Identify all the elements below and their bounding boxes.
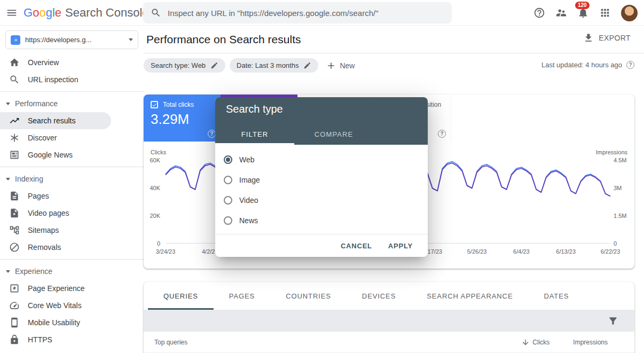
sort-descending-arrow-icon	[521, 338, 530, 347]
download-icon	[583, 33, 594, 43]
collapse-triangle-icon	[6, 103, 10, 105]
home-icon	[9, 57, 20, 68]
table-toolbar	[144, 310, 634, 332]
sidebar-item-search-results[interactable]: Search results	[0, 112, 111, 129]
collapse-triangle-icon	[6, 178, 10, 181]
table-header-impressions[interactable]: Impressions	[573, 339, 608, 346]
y-right-tick: 1.5M	[614, 213, 635, 219]
google-apps-button[interactable]	[599, 7, 611, 19]
apps-grid-icon	[599, 7, 611, 19]
help-button[interactable]	[533, 7, 545, 19]
property-selector[interactable]: ‹› https://developers.g...	[5, 30, 138, 49]
help-circle-icon[interactable]: ?	[438, 130, 446, 138]
x-axis-label: 3/24/23	[148, 248, 183, 255]
sidebar-item-overview[interactable]: Overview	[0, 54, 144, 71]
property-label: https://developers.g...	[25, 36, 124, 44]
smartphone-icon	[9, 317, 20, 328]
divider	[0, 259, 144, 260]
date-range-chip[interactable]: Date: Last 3 months	[230, 58, 318, 73]
radio-unselected-icon	[224, 216, 232, 225]
google-logo-text: Google	[23, 6, 61, 20]
tab-countries[interactable]: COUNTRIES	[270, 282, 347, 310]
dialog-tab-compare[interactable]: COMPARE	[294, 125, 373, 145]
block-icon	[9, 242, 20, 253]
sidebar-item-removals[interactable]: Removals	[0, 239, 144, 256]
help-circle-icon[interactable]: ?	[208, 130, 216, 138]
user-settings-button[interactable]	[555, 7, 567, 19]
speedometer-icon	[9, 300, 20, 311]
tab-pages[interactable]: PAGES	[214, 282, 270, 310]
sidebar-item-core-web-vitals[interactable]: Core Web Vitals	[0, 297, 144, 314]
table-header-top-queries: Top queries	[154, 339, 187, 346]
y-right-tick: 4.5M	[614, 157, 635, 163]
sidebar-item-page-experience[interactable]: Page Experience	[0, 280, 144, 297]
app-logo: Google Search Console	[23, 6, 149, 20]
section-indexing[interactable]: Indexing	[0, 170, 144, 187]
radio-unselected-icon	[224, 176, 232, 184]
page-icon	[9, 191, 20, 201]
x-axis-label: 6/13/23	[549, 248, 583, 255]
section-performance[interactable]: Performance	[0, 95, 144, 112]
asterisk-icon	[9, 132, 20, 143]
divider	[0, 91, 144, 92]
filter-funnel-icon[interactable]	[608, 316, 618, 326]
search-icon	[151, 7, 161, 18]
notifications-button[interactable]: 120	[577, 7, 589, 19]
chevron-down-icon	[129, 38, 133, 41]
apply-button[interactable]: APPLY	[388, 242, 413, 250]
newspaper-icon	[9, 150, 20, 160]
sidebar-item-pages[interactable]: Pages	[0, 187, 144, 205]
tab-dates[interactable]: DATES	[528, 282, 584, 310]
page-header: Performance on Search results EXPORT	[144, 26, 644, 53]
tab-devices[interactable]: DEVICES	[347, 282, 411, 310]
sidebar-item-mobile-usability[interactable]: Mobile Usability	[0, 314, 144, 331]
y-left-tick: 60K	[144, 157, 160, 163]
y-left-tick: 0	[144, 240, 160, 247]
edit-pencil-icon	[303, 61, 311, 69]
help-circle-icon[interactable]: ?	[626, 61, 634, 69]
page-experience-icon	[9, 283, 20, 294]
table-header-row: Top queries Clicks Impressions	[144, 332, 634, 353]
product-name: Search Console	[65, 6, 149, 20]
metric-card-total-clicks[interactable]: Total clicks 3.29M ?	[144, 95, 221, 142]
table-header-clicks[interactable]: Clicks	[521, 338, 549, 347]
y-left-tick: 20K	[144, 213, 160, 219]
dialog-header: Search type FILTER COMPARE	[215, 97, 428, 145]
dialog-tab-filter[interactable]: FILTER	[215, 125, 294, 145]
hamburger-menu-button[interactable]	[0, 0, 23, 26]
tab-search-appearance[interactable]: SEARCH APPEARANCE	[411, 282, 528, 310]
sidebar-item-https[interactable]: HTTPS	[0, 331, 144, 348]
checkbox-checked-icon[interactable]	[151, 101, 158, 108]
sidebar-item-video-pages[interactable]: Video pages	[0, 205, 144, 222]
filter-controls: Search type: Web Date: Last 3 months New…	[144, 53, 644, 95]
section-experience[interactable]: Experience	[0, 263, 144, 280]
collapse-triangle-icon	[6, 270, 10, 273]
sidebar-nav: Overview URL inspection Performance Sear…	[0, 54, 144, 348]
url-inspect-input[interactable]	[168, 9, 444, 18]
radio-option-news[interactable]: News	[215, 210, 428, 231]
cancel-button[interactable]: CANCEL	[341, 242, 372, 250]
radio-option-web[interactable]: Web	[215, 150, 428, 170]
sidebar-item-url-inspection[interactable]: URL inspection	[0, 71, 144, 88]
dimension-tabs: QUERIES PAGES COUNTRIES DEVICES SEARCH A…	[144, 282, 634, 310]
new-filter-button[interactable]: New	[323, 58, 358, 73]
export-button[interactable]: EXPORT	[583, 33, 631, 43]
search-type-chip[interactable]: Search type: Web	[144, 58, 225, 73]
radio-option-image[interactable]: Image	[215, 170, 428, 190]
last-updated: Last updated: 4 hours ago ?	[541, 61, 634, 69]
x-axis-label: 6/4/23	[504, 248, 538, 255]
notifications-badge: 120	[575, 2, 590, 9]
sidebar-item-discover[interactable]: Discover	[0, 129, 144, 146]
topbar-actions: 120	[533, 0, 638, 26]
right-axis-title: Impressions	[596, 149, 627, 155]
tab-queries[interactable]: QUERIES	[148, 282, 214, 310]
search-icon	[9, 74, 20, 85]
url-inspect-searchbar[interactable]	[143, 2, 452, 23]
x-axis-label: 5/26/23	[460, 248, 494, 255]
radio-option-video[interactable]: Video	[215, 190, 428, 210]
sidebar: ‹› https://developers.g... Overview URL …	[0, 26, 144, 353]
sidebar-item-google-news[interactable]: Google News	[0, 146, 144, 163]
sidebar-item-sitemaps[interactable]: Sitemaps	[0, 222, 144, 239]
dialog-title: Search type	[226, 103, 283, 115]
account-avatar[interactable]	[621, 5, 638, 21]
